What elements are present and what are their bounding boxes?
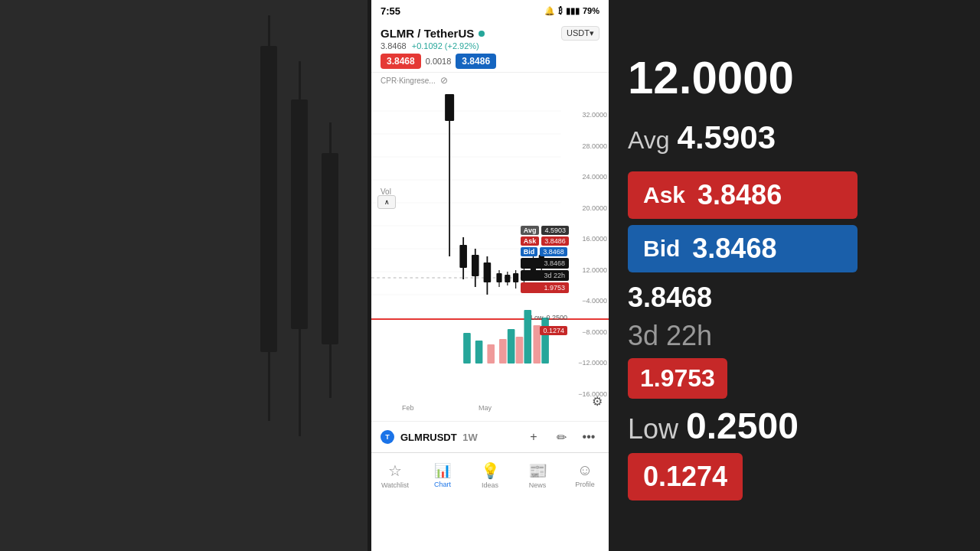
y-label-32: 32.0000 [570, 111, 607, 119]
svg-rect-42 [475, 341, 483, 364]
tooltip-bid-label: Bid [521, 247, 538, 256]
symbol-name: GLMRUSDT 1W [400, 432, 517, 443]
news-icon: 📰 [528, 461, 547, 480]
tooltip-red-value: 1.9753 [521, 282, 569, 293]
chart-area[interactable]: Vol ∧ [371, 88, 609, 421]
nav-watchlist-label: Watchlist [381, 481, 409, 489]
nav-news[interactable]: 📰 News [514, 461, 561, 489]
chart-icon: 📊 [434, 462, 451, 479]
add-indicator-button[interactable]: + [523, 426, 544, 448]
svg-rect-1 [268, 15, 270, 77]
draw-button[interactable]: ✏ [550, 426, 572, 448]
current-price: 3.8468 [381, 41, 407, 51]
bg-low-red: 0.1274 [628, 453, 743, 500]
header: GLMR / TetherUS USDT▾ 3.8468 +0.1092 (+2… [371, 21, 609, 73]
indicator-icon[interactable]: ⊘ [440, 75, 448, 86]
tooltip-time-info: 3d 22h [521, 270, 569, 281]
low-row: Low 0.2500 [531, 314, 567, 321]
bg-bid-badge: Bid 3.8468 [628, 225, 858, 272]
svg-rect-2 [268, 344, 270, 421]
nav-profile[interactable]: ☺ Profile [561, 461, 609, 488]
bg-ask-badge: Ask 3.8486 [628, 171, 858, 219]
svg-rect-34 [513, 273, 518, 282]
nav-ideas-label: Ideas [482, 481, 498, 489]
nav-chart-label: Chart [434, 481, 451, 488]
nav-bar: ☆ Watchlist 📊 Chart 💡 Ideas 📰 News ☺ Pro… [371, 452, 609, 494]
bg-low-label: Low [628, 413, 678, 445]
svg-rect-45 [541, 318, 549, 364]
tooltip-avg-row: Avg 4.5903 [521, 226, 569, 235]
watchlist-icon: ☆ [388, 461, 402, 480]
nav-watchlist[interactable]: ☆ Watchlist [371, 461, 419, 489]
svg-rect-26 [472, 255, 479, 276]
svg-rect-7 [329, 122, 332, 168]
timeframe-text: 1W [462, 432, 478, 443]
svg-rect-43 [508, 329, 515, 364]
draw-icon: ✏ [557, 430, 567, 445]
nav-news-label: News [529, 481, 547, 489]
svg-rect-0 [260, 46, 277, 352]
tooltip-ask-value: 3.8486 [541, 236, 569, 246]
x-label-feb: Feb [402, 404, 414, 412]
pair-info: GLMR / TetherUS [381, 27, 485, 40]
signal-icon: ▮▮▮ [566, 6, 580, 16]
symbol-text: GLMRUSDT [400, 432, 457, 443]
pair-row: GLMR / TetherUS USDT▾ [381, 26, 599, 41]
battery-icon: 79% [583, 6, 599, 15]
y-label-28: 28.0000 [570, 142, 607, 150]
svg-rect-47 [499, 339, 507, 364]
y-axis: 32.0000 28.0000 24.0000 20.0000 16.0000 … [569, 88, 609, 421]
bg-time-3d: 3d 22h [628, 320, 712, 352]
low-red-value: 0.1274 [543, 327, 564, 334]
svg-rect-30 [496, 273, 501, 282]
svg-rect-32 [505, 275, 510, 282]
status-time: 7:55 [381, 5, 400, 17]
tv-icon-letter: T [385, 433, 390, 441]
x-may: May [479, 404, 492, 412]
bg-big-number: 12.0000 [628, 52, 794, 103]
tooltip-bid-value: 3.8468 [540, 247, 567, 256]
y-label-8n: −8.0000 [570, 328, 607, 336]
bg-low-value: 0.2500 [686, 405, 799, 447]
nav-ideas[interactable]: 💡 Ideas [466, 461, 514, 489]
collapse-button[interactable]: ∧ [377, 195, 396, 209]
nav-chart[interactable]: 📊 Chart [419, 462, 466, 488]
bg-bid-value: 3.8468 [692, 233, 776, 265]
svg-rect-3 [291, 99, 308, 329]
ask-price: 3.8468 [387, 56, 415, 67]
x-label-may: May [479, 404, 492, 412]
svg-rect-6 [322, 153, 338, 344]
svg-rect-41 [463, 333, 471, 364]
more-icon: ••• [583, 430, 596, 444]
spread-value: 0.0018 [426, 57, 452, 66]
y-label-16: 16.0000 [570, 235, 607, 243]
low-red-badge: 0.1274 [540, 326, 567, 335]
y-label-24: 24.0000 [570, 173, 607, 181]
bg-price-black: 3.8468 [628, 282, 712, 314]
chart-settings-button[interactable]: ⚙ [592, 394, 603, 409]
usdt-dropdown[interactable]: USDT▾ [561, 26, 599, 41]
add-icon: + [530, 430, 537, 444]
tooltip-price-info: 3.8468 [521, 258, 569, 269]
tooltip-ask-label: Ask [521, 236, 540, 246]
bg-ask-value: 3.8486 [697, 179, 782, 211]
y-label-12: 12.0000 [570, 266, 607, 274]
profile-icon: ☺ [577, 461, 593, 479]
bg-bid-label: Bid [643, 236, 680, 262]
gear-icon: ⚙ [592, 395, 603, 408]
y-label-20: 20.0000 [570, 204, 607, 212]
low-value: 0.2500 [546, 314, 567, 321]
svg-rect-22 [445, 94, 454, 121]
bg-red-val-text: 1.9753 [640, 364, 715, 392]
status-icons: 🔔 ₿ ▮▮▮ 79% [544, 6, 599, 16]
ask-badge[interactable]: 3.8468 [381, 54, 421, 69]
bg-avg-label: Avg [628, 126, 670, 155]
tradingview-icon: T [381, 430, 394, 444]
pair-name: GLMR / TetherUS [381, 27, 474, 40]
bg-right-panel: 12.0000 Avg 4.5903 Ask 3.8486 Bid 3.8468… [605, 0, 980, 551]
svg-rect-46 [487, 344, 495, 364]
bg-low-row: Low 0.2500 [628, 405, 799, 447]
bid-badge[interactable]: 3.8486 [456, 54, 496, 69]
more-button[interactable]: ••• [578, 426, 599, 448]
low-label: Low [531, 314, 544, 321]
